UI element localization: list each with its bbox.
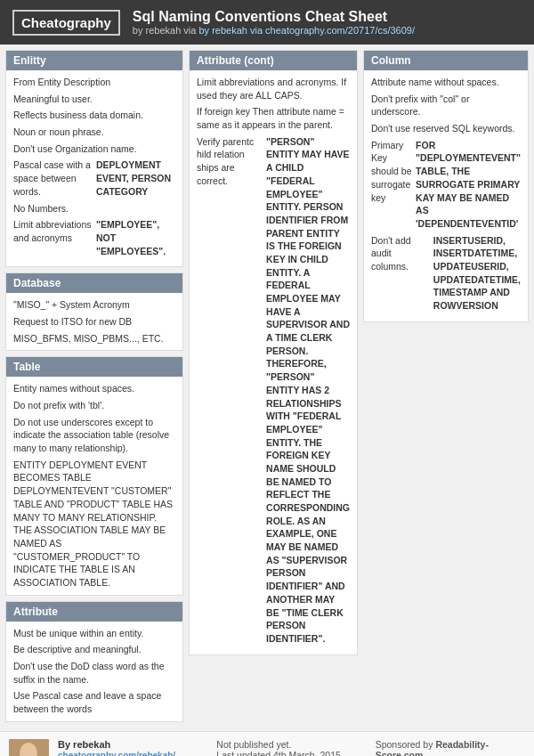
audit-label: Don't add audit columns. [371,234,430,313]
entity-section-body: From Entity Description Meaningful to us… [6,70,182,266]
list-item: Meaningful to user. [13,93,175,106]
database-section-header: Database [6,273,182,293]
entity-section-header: Enlitty [6,51,182,70]
page-title: Sql Naming Conventions Cheat Sheet [133,9,415,25]
logo: Cheatography [12,10,120,36]
avatar [9,739,49,756]
list-item: Request to ITSO for new DB [13,315,175,329]
main-content: Enlitty From Entity Description Meaningf… [0,45,534,728]
list-item: Verify parentc hild relation ships are c… [197,135,350,646]
attribute-cont-section: Attribute (cont) Limit abbreviations and… [189,50,358,655]
attribute-cont-section-body: Limit abbreviations and acronyms. If use… [190,70,357,654]
author-label: By rebekah [58,739,207,750]
audit-value: INSERTUSERID, INSERTDATETIME, UPDATEUSER… [433,234,521,313]
database-section: Database "MISO_" + System Acronym Reques… [5,272,183,351]
verify-label: Verify parentc hild relation ships are c… [197,135,263,646]
list-item: Pascal case with a space between words. … [13,159,175,198]
attribute-cont-section-header: Attribute (cont) [190,51,357,70]
list-item: If foreign key Then attribute name = sam… [197,105,350,131]
footer-sponsor-block: Sponsored by Readability-Score.com Measu… [376,739,525,756]
row-label: Pascal case with a space between words. [13,159,93,198]
list-item: Noun or noun phrase. [13,126,175,139]
list-item: Be descriptive and meaningful. [13,643,175,656]
list-item: Reflects business data domain. [13,109,175,122]
left-column: Enlitty From Entity Description Meaningf… [5,50,183,722]
list-item: Don't use reserved SQL keywords. [371,122,521,135]
not-published: Not published yet. [216,739,366,750]
footer: By rebekah cheatography.com/rebekah/ Not… [0,731,534,756]
header-link[interactable]: by rebekah via cheatography.com/20717/cs… [198,25,415,36]
footer-author-block: By rebekah cheatography.com/rebekah/ [58,739,207,756]
list-item: Use Pascal case and leave a space betwee… [13,689,175,715]
column-section: Column Attribute name without spaces. Do… [363,50,529,322]
table-section-body: Entity names without spaces. Do not pref… [6,377,182,594]
avatar-image [9,739,49,756]
list-item: Don't add audit columns. INSERTUSERID, I… [371,234,521,313]
header-title-block: Sql Naming Conventions Cheat Sheet by re… [133,9,415,36]
primary-key-value: FOR "DEPLOYMENTEVENT" TABLE, THE SURROGA… [416,139,521,231]
list-item: Attribute name without spaces. [371,76,521,89]
list-item: Limit abbreviations and acronyms. If use… [197,76,350,102]
list-item: Primary Key should be surrogate key FOR … [371,139,521,231]
list-item: No Numbers. [13,202,175,215]
header: Cheatography Sql Naming Conventions Chea… [0,0,534,45]
table-section-header: Table [6,357,182,377]
list-item: Don't prefix with "col" or underscore. [371,93,521,118]
column-section-body: Attribute name without spaces. Don't pre… [364,70,528,321]
right-column: Column Attribute name without spaces. Do… [363,50,529,322]
last-updated: Last updated 4th March, 2015. [216,750,366,756]
list-item: Entity names without spaces. [13,382,175,395]
database-section-body: "MISO_" + System Acronym Request to ITSO… [6,293,182,350]
attribute-section-header: Attribute [6,602,182,622]
list-item: ENTITY DEPLOYMENT EVENT BECOMES TABLE DE… [13,459,175,589]
table-section: Table Entity names without spaces. Do no… [5,356,183,595]
list-item: Don't use the DoD class word as the suff… [13,660,175,686]
row-label: Limit abbreviations and acronyms [13,218,93,257]
sponsor-text: Sponsored by Readability-Score.com [376,739,525,756]
attribute-section: Attribute Must be unique within an entit… [5,601,183,722]
list-item: Do not use underscores except to indicat… [13,416,175,455]
list-item: Must be unique within an entity. [13,627,175,640]
row-value: DEPLOYMENT EVENT, PERSON CATEGORY [96,159,175,198]
list-item: MISO_BFMS, MISO_PBMS..., ETC. [13,332,175,345]
mid-column: Attribute (cont) Limit abbreviations and… [189,50,358,655]
header-subtitle: by rebekah via by rebekah via cheatograp… [133,25,415,36]
list-item: Limit abbreviations and acronyms "EMPLOY… [13,218,175,257]
list-item: "MISO_" + System Acronym [13,298,175,312]
entity-section: Enlitty From Entity Description Meaningf… [5,50,183,267]
primary-key-label: Primary Key should be surrogate key [371,139,412,231]
footer-center-block: Not published yet. Last updated 4th Marc… [216,739,366,756]
list-item: From Entity Description [13,76,175,89]
author-link[interactable]: cheatography.com/rebekah/ [58,751,175,756]
attribute-section-body: Must be unique within an entity. Be desc… [6,622,182,721]
sponsor-name: Readability-Score.com [376,739,489,756]
verify-value: "PERSON" ENTITY MAY HAVE A CHILD "FEDERA… [266,135,350,646]
column-section-header: Column [364,51,528,70]
row-value: "EMPLOYEE", NOT "EMPLOYEES". [96,218,175,257]
list-item: Don't use Organization name. [13,142,175,156]
list-item: Do not prefix with 'tbl'. [13,399,175,412]
